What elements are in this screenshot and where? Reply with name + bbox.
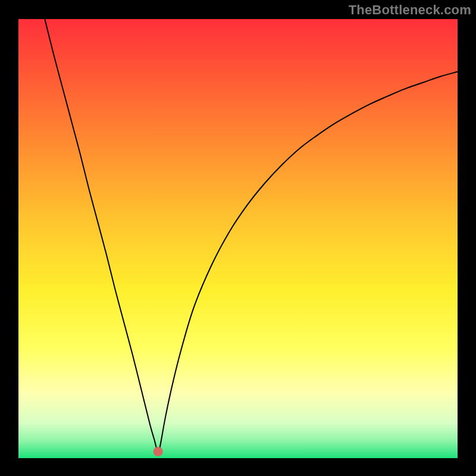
bottleneck-chart: [0, 0, 476, 476]
chart-container: TheBottleneck.com: [0, 0, 476, 476]
minimum-marker: [154, 447, 163, 456]
plot-background: [18, 19, 458, 458]
watermark-text: TheBottleneck.com: [349, 2, 471, 18]
